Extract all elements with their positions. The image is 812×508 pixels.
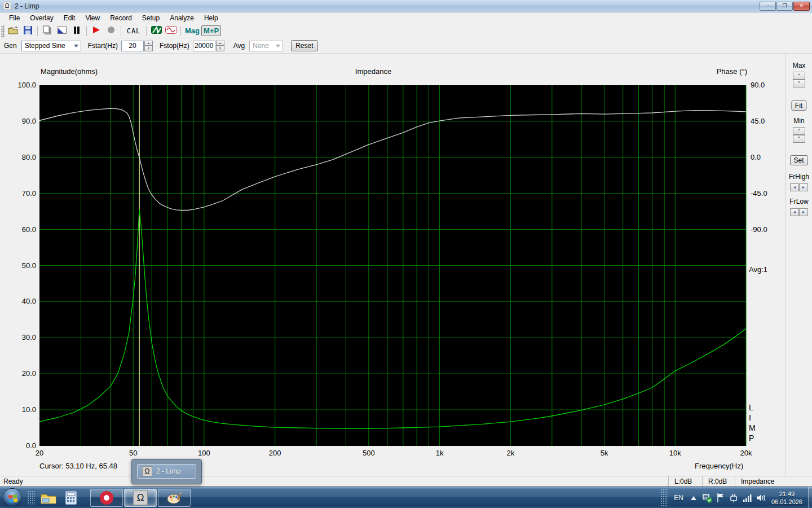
close-button[interactable]: ✕ (793, 2, 810, 11)
open-file-button[interactable] (6, 25, 20, 37)
frlow-arrows[interactable]: ◄ ► (790, 208, 808, 216)
svg-text:200: 200 (269, 449, 281, 457)
menu-help[interactable]: Help (199, 13, 223, 23)
x-axis-title: Frequency(Hz) (564, 462, 743, 470)
network-signal-icon[interactable] (741, 488, 754, 508)
fstop-up-button[interactable]: ▲ (216, 41, 224, 46)
pause-button[interactable] (69, 25, 84, 37)
generator-type-value: Stepped Sine (25, 42, 65, 50)
fstart-input[interactable]: 20 (121, 41, 144, 51)
fstart-spinbox[interactable]: 20 ▲ ▼ (121, 41, 153, 51)
taskbar-button-opera[interactable] (90, 489, 123, 507)
fstart-up-button[interactable]: ▲ (144, 41, 153, 46)
show-desktop-button[interactable] (808, 487, 812, 508)
toolbar-separator (37, 26, 38, 36)
usb-safely-remove-icon[interactable] (700, 488, 714, 508)
taskbar-clock[interactable]: 21:49 06.01.2026 (771, 490, 802, 506)
taskbar-preview-inner[interactable]: Ω 2 - Limp (137, 464, 196, 479)
impedance-plot[interactable]: 100.090.080.070.060.050.040.030.020.010.… (0, 54, 785, 476)
svg-text:80.0: 80.0 (22, 153, 36, 161)
minimize-button[interactable]: — (760, 2, 776, 11)
language-indicator[interactable]: EN (674, 494, 683, 502)
magnitude-view-button[interactable]: Mag (183, 27, 201, 35)
max-down-button[interactable]: ▼ (793, 80, 805, 87)
frhigh-left-button[interactable]: ◄ (790, 183, 799, 191)
set-button[interactable]: Set (789, 155, 807, 165)
start-button[interactable] (3, 488, 21, 507)
svg-text:5k: 5k (601, 449, 608, 457)
chevron-down-icon (74, 45, 78, 47)
svg-text:2k: 2k (506, 449, 514, 457)
fstop-spinbox[interactable]: 20000 ▲ ▼ (193, 41, 224, 51)
tray-grip (660, 489, 668, 507)
volume-speaker-icon[interactable] (754, 488, 768, 508)
averaging-select[interactable]: None (249, 41, 283, 51)
taskbar-button-paint[interactable] (158, 489, 191, 507)
taskbar-item-calculator[interactable] (60, 488, 82, 508)
bw-background-button[interactable] (55, 25, 69, 37)
menu-edit[interactable]: Edit (59, 13, 81, 23)
copy-button[interactable] (40, 25, 55, 37)
cal-label: CAL (127, 27, 141, 35)
reset-button[interactable]: Reset (291, 40, 317, 51)
fit-button[interactable]: Fit (791, 100, 806, 111)
min-down-button[interactable]: ▼ (793, 135, 805, 143)
generator-button[interactable] (164, 25, 178, 37)
pause-icon (73, 27, 80, 36)
menu-view[interactable]: View (80, 13, 105, 23)
overlay-chart-button[interactable] (149, 25, 164, 37)
save-button[interactable] (20, 25, 35, 37)
min-label: Min (785, 117, 812, 125)
taskbar-preview-tooltip[interactable]: Ω 2 - Limp (131, 459, 202, 484)
power-plug-icon[interactable] (727, 488, 741, 508)
svg-text:50.0: 50.0 (22, 261, 36, 270)
cursor-readout: Cursor: 53.10 Hz, 65.48 (39, 462, 117, 470)
action-center-flag-icon[interactable] (714, 488, 727, 508)
fstart-down-button[interactable]: ▼ (144, 46, 153, 51)
open-folder-icon (8, 26, 19, 36)
restore-button[interactable]: ❐ (776, 2, 793, 11)
generator-type-select[interactable]: Stepped Sine (21, 41, 81, 51)
play-icon (92, 26, 100, 36)
min-up-button[interactable]: ▲ (793, 127, 805, 135)
impedance-chart-region: 100.090.080.070.060.050.040.030.020.010.… (0, 54, 785, 476)
mag-phase-view-button[interactable]: M+P (201, 25, 221, 36)
menu-bar: File Overlay Edit View Record Setup Anal… (0, 12, 812, 24)
chevron-down-icon (276, 45, 280, 47)
taskbar-button-limp[interactable]: Ω (124, 489, 157, 507)
svg-text:0.0: 0.0 (26, 441, 36, 450)
frhigh-right-button[interactable]: ► (799, 183, 808, 191)
record-button[interactable] (104, 25, 118, 37)
svg-text:20: 20 (36, 449, 43, 457)
paint-palette-icon (166, 491, 182, 505)
menu-file[interactable]: File (4, 13, 25, 23)
svg-text:60.0: 60.0 (22, 225, 36, 234)
title-bar[interactable]: Ω 2 - Limp — ❐ ✕ (0, 0, 812, 12)
menu-analyze[interactable]: Analyze (165, 13, 199, 23)
fstop-down-button[interactable]: ▼ (216, 46, 224, 51)
svg-text:10.0: 10.0 (22, 405, 36, 414)
show-hidden-icons-button[interactable] (687, 488, 700, 508)
calibrate-button[interactable]: CAL (123, 25, 144, 37)
limp-omega-icon: Ω (142, 466, 152, 476)
frhigh-arrows[interactable]: ◄ ► (790, 183, 808, 191)
frhigh-label: FrHigh (785, 173, 812, 181)
taskbar-item-explorer[interactable] (37, 488, 60, 508)
frlow-left-button[interactable]: ◄ (790, 208, 799, 216)
status-bar: Ready L:0dB R:0dB Impedance Measuremen (0, 476, 812, 487)
max-up-button[interactable]: ▲ (793, 72, 805, 80)
left-level-indicator: L:0dB (668, 476, 702, 487)
max-label: Max (785, 62, 812, 69)
limp-omega-icon: Ω (133, 491, 148, 505)
fstop-input[interactable]: 20000 (193, 41, 215, 51)
menu-setup[interactable]: Setup (137, 13, 165, 23)
frlow-right-button[interactable]: ► (799, 208, 808, 216)
menu-record[interactable]: Record (105, 13, 137, 23)
menu-overlay[interactable]: Overlay (25, 13, 58, 23)
calculator-icon (65, 491, 77, 505)
min-spinner[interactable]: ▲ ▼ (793, 127, 805, 143)
play-button[interactable] (89, 25, 104, 37)
bw-triangle-icon (58, 27, 67, 36)
record-icon (107, 26, 115, 36)
max-spinner[interactable]: ▲ ▼ (793, 72, 805, 87)
